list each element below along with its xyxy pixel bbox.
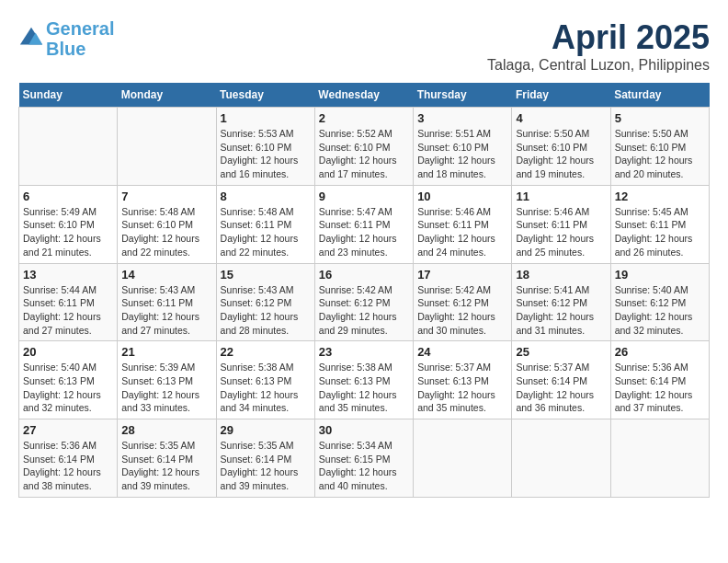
logo-icon [18, 26, 44, 52]
day-info: Sunrise: 5:39 AMSunset: 6:13 PMDaylight:… [121, 361, 211, 415]
calendar-day-cell [414, 419, 512, 498]
day-info: Sunrise: 5:49 AMSunset: 6:10 PMDaylight:… [23, 205, 113, 259]
calendar-day-cell: 23Sunrise: 5:38 AMSunset: 6:13 PMDayligh… [314, 341, 413, 419]
day-info: Sunrise: 5:50 AMSunset: 6:10 PMDaylight:… [516, 127, 606, 181]
calendar-day-cell: 13Sunrise: 5:44 AMSunset: 6:11 PMDayligh… [19, 263, 118, 341]
day-info: Sunrise: 5:36 AMSunset: 6:14 PMDaylight:… [23, 439, 113, 493]
weekday-header: Tuesday [216, 83, 314, 108]
day-info: Sunrise: 5:35 AMSunset: 6:14 PMDaylight:… [221, 439, 311, 493]
day-number: 6 [23, 190, 113, 203]
day-number: 7 [121, 190, 211, 203]
day-number: 22 [221, 345, 311, 359]
day-info: Sunrise: 5:48 AMSunset: 6:10 PMDaylight:… [121, 205, 211, 259]
weekday-header: Monday [118, 83, 216, 108]
day-number: 1 [221, 111, 311, 125]
calendar-day-cell: 17Sunrise: 5:42 AMSunset: 6:12 PMDayligh… [414, 263, 512, 341]
day-info: Sunrise: 5:45 AMSunset: 6:11 PMDaylight:… [615, 205, 705, 259]
weekday-header: Saturday [610, 83, 709, 108]
calendar-day-cell [512, 419, 610, 498]
day-info: Sunrise: 5:37 AMSunset: 6:14 PMDaylight:… [516, 361, 606, 415]
day-info: Sunrise: 5:46 AMSunset: 6:11 PMDaylight:… [417, 205, 507, 259]
calendar-day-cell: 9Sunrise: 5:47 AMSunset: 6:11 PMDaylight… [314, 185, 413, 263]
day-info: Sunrise: 5:51 AMSunset: 6:10 PMDaylight:… [417, 127, 507, 181]
weekday-header: Sunday [19, 83, 118, 108]
page-header: General Blue April 2025 Talaga, Central … [18, 18, 710, 74]
day-number: 10 [417, 190, 507, 203]
day-info: Sunrise: 5:40 AMSunset: 6:13 PMDaylight:… [23, 361, 113, 415]
day-number: 29 [221, 423, 311, 437]
calendar-body: 1Sunrise: 5:53 AMSunset: 6:10 PMDaylight… [19, 108, 710, 498]
day-number: 24 [417, 345, 507, 359]
title-block: April 2025 Talaga, Central Luzon, Philip… [487, 18, 710, 74]
day-info: Sunrise: 5:41 AMSunset: 6:12 PMDaylight:… [516, 283, 606, 338]
day-number: 9 [319, 190, 409, 203]
weekday-header: Wednesday [314, 83, 413, 108]
day-info: Sunrise: 5:52 AMSunset: 6:10 PMDaylight:… [319, 127, 409, 181]
weekday-row: SundayMondayTuesdayWednesdayThursdayFrid… [19, 83, 710, 108]
weekday-header: Thursday [414, 83, 512, 108]
day-number: 21 [121, 345, 211, 359]
calendar-day-cell: 19Sunrise: 5:40 AMSunset: 6:12 PMDayligh… [610, 263, 709, 341]
day-number: 11 [516, 190, 606, 203]
logo-text: General Blue [46, 18, 114, 59]
page-title: April 2025 [487, 18, 710, 57]
calendar-day-cell: 29Sunrise: 5:35 AMSunset: 6:14 PMDayligh… [216, 419, 314, 498]
day-info: Sunrise: 5:44 AMSunset: 6:11 PMDaylight:… [23, 283, 113, 338]
day-info: Sunrise: 5:42 AMSunset: 6:12 PMDaylight:… [319, 283, 409, 338]
calendar-day-cell: 11Sunrise: 5:46 AMSunset: 6:11 PMDayligh… [512, 185, 610, 263]
calendar-day-cell [610, 419, 709, 498]
calendar-day-cell: 16Sunrise: 5:42 AMSunset: 6:12 PMDayligh… [314, 263, 413, 341]
calendar-day-cell: 1Sunrise: 5:53 AMSunset: 6:10 PMDaylight… [216, 108, 314, 186]
day-number: 2 [319, 111, 409, 125]
day-info: Sunrise: 5:47 AMSunset: 6:11 PMDaylight:… [319, 205, 409, 259]
calendar-day-cell: 6Sunrise: 5:49 AMSunset: 6:10 PMDaylight… [19, 185, 118, 263]
calendar-week-row: 20Sunrise: 5:40 AMSunset: 6:13 PMDayligh… [19, 341, 710, 419]
calendar-day-cell: 12Sunrise: 5:45 AMSunset: 6:11 PMDayligh… [610, 185, 709, 263]
calendar-day-cell: 25Sunrise: 5:37 AMSunset: 6:14 PMDayligh… [512, 341, 610, 419]
day-info: Sunrise: 5:43 AMSunset: 6:11 PMDaylight:… [121, 283, 211, 338]
day-number: 14 [121, 268, 211, 282]
day-info: Sunrise: 5:40 AMSunset: 6:12 PMDaylight:… [615, 283, 705, 338]
day-number: 5 [615, 111, 705, 125]
day-info: Sunrise: 5:43 AMSunset: 6:12 PMDaylight:… [221, 283, 311, 338]
day-number: 4 [516, 111, 606, 125]
day-number: 25 [516, 345, 606, 359]
calendar-day-cell: 18Sunrise: 5:41 AMSunset: 6:12 PMDayligh… [512, 263, 610, 341]
calendar-day-cell: 27Sunrise: 5:36 AMSunset: 6:14 PMDayligh… [19, 419, 118, 498]
day-number: 16 [319, 268, 409, 282]
calendar-day-cell: 21Sunrise: 5:39 AMSunset: 6:13 PMDayligh… [118, 341, 216, 419]
day-info: Sunrise: 5:53 AMSunset: 6:10 PMDaylight:… [221, 127, 311, 181]
day-number: 26 [615, 345, 705, 359]
calendar-day-cell [19, 108, 118, 186]
day-info: Sunrise: 5:34 AMSunset: 6:15 PMDaylight:… [319, 439, 409, 493]
calendar-day-cell: 10Sunrise: 5:46 AMSunset: 6:11 PMDayligh… [414, 185, 512, 263]
logo: General Blue [18, 18, 114, 59]
day-number: 17 [417, 268, 507, 282]
day-number: 8 [221, 190, 311, 203]
day-number: 13 [23, 268, 113, 282]
calendar-day-cell [118, 108, 216, 186]
calendar-day-cell: 20Sunrise: 5:40 AMSunset: 6:13 PMDayligh… [19, 341, 118, 419]
calendar-header: SundayMondayTuesdayWednesdayThursdayFrid… [19, 83, 710, 108]
calendar-table: SundayMondayTuesdayWednesdayThursdayFrid… [18, 83, 710, 498]
calendar-day-cell: 7Sunrise: 5:48 AMSunset: 6:10 PMDaylight… [118, 185, 216, 263]
day-info: Sunrise: 5:50 AMSunset: 6:10 PMDaylight:… [615, 127, 705, 181]
calendar-day-cell: 5Sunrise: 5:50 AMSunset: 6:10 PMDaylight… [610, 108, 709, 186]
calendar-day-cell: 30Sunrise: 5:34 AMSunset: 6:15 PMDayligh… [314, 419, 413, 498]
calendar-day-cell: 26Sunrise: 5:36 AMSunset: 6:14 PMDayligh… [610, 341, 709, 419]
calendar-week-row: 13Sunrise: 5:44 AMSunset: 6:11 PMDayligh… [19, 263, 710, 341]
weekday-header: Friday [512, 83, 610, 108]
calendar-day-cell: 22Sunrise: 5:38 AMSunset: 6:13 PMDayligh… [216, 341, 314, 419]
calendar-week-row: 6Sunrise: 5:49 AMSunset: 6:10 PMDaylight… [19, 185, 710, 263]
day-number: 15 [221, 268, 311, 282]
calendar-day-cell: 2Sunrise: 5:52 AMSunset: 6:10 PMDaylight… [314, 108, 413, 186]
calendar-day-cell: 24Sunrise: 5:37 AMSunset: 6:13 PMDayligh… [414, 341, 512, 419]
calendar-day-cell: 3Sunrise: 5:51 AMSunset: 6:10 PMDaylight… [414, 108, 512, 186]
calendar-day-cell: 4Sunrise: 5:50 AMSunset: 6:10 PMDaylight… [512, 108, 610, 186]
page-subtitle: Talaga, Central Luzon, Philippines [487, 57, 710, 74]
day-info: Sunrise: 5:35 AMSunset: 6:14 PMDaylight:… [121, 439, 211, 493]
day-info: Sunrise: 5:46 AMSunset: 6:11 PMDaylight:… [516, 205, 606, 259]
day-number: 18 [516, 268, 606, 282]
calendar-week-row: 27Sunrise: 5:36 AMSunset: 6:14 PMDayligh… [19, 419, 710, 498]
day-number: 19 [615, 268, 705, 282]
